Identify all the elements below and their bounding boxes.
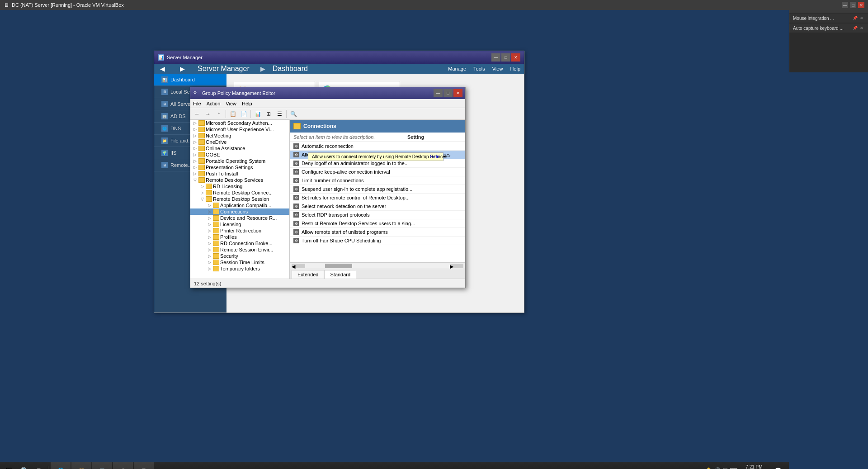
sm-sidebar-dashboard[interactable]: 📊 Dashboard bbox=[154, 74, 226, 86]
vbox-mouse-integration-item[interactable]: Mouse integration ... 📌 ✕ bbox=[789, 14, 868, 23]
gpe-view2-button[interactable]: ☰ bbox=[274, 109, 284, 118]
vbox-mouse-close-button[interactable]: ✕ bbox=[859, 15, 864, 21]
gpe-up-button[interactable]: ↑ bbox=[214, 109, 224, 118]
gpe-filter-button[interactable]: 🔍 bbox=[288, 109, 298, 118]
vbox-close-button[interactable]: ✕ bbox=[858, 2, 864, 8]
gpe-back-button[interactable]: ← bbox=[192, 109, 202, 118]
gpe-paste-button[interactable]: 📄 bbox=[239, 109, 249, 118]
tree-item-temporary-folders[interactable]: ▷ Temporary folders bbox=[190, 265, 289, 272]
tree-item-security[interactable]: ▷ Security bbox=[190, 253, 289, 259]
gpe-scrollbar-left-arrow[interactable]: ◀ bbox=[292, 264, 305, 268]
gpe-setting-icon-12: ⚙ bbox=[293, 238, 299, 243]
tree-item-push-to-install[interactable]: ▷ Push To Install bbox=[190, 171, 289, 177]
tree-item-rd-conn-broker[interactable]: ▷ RD Connection Broke... bbox=[190, 240, 289, 246]
taskbar-server-manager-icon: 💻 bbox=[99, 468, 105, 469]
taskbar-clock[interactable]: 7:21 PM 11/14/2022 bbox=[739, 464, 769, 469]
tree-item-ms-user-exp[interactable]: ▷ Microsoft User Experience Vi... bbox=[190, 126, 289, 133]
gpe-setting-network-detection[interactable]: ⚙ Select network detection on the server bbox=[290, 202, 465, 211]
sm-help-menu[interactable]: Help bbox=[510, 66, 520, 71]
gpe-tab-standard[interactable]: Standard bbox=[324, 270, 356, 279]
gpe-menu-file[interactable]: File bbox=[193, 101, 201, 106]
gpe-menu-action[interactable]: Action bbox=[207, 101, 221, 106]
sm-close-button[interactable]: ✕ bbox=[511, 53, 520, 62]
taskbar-tray-security-icon[interactable]: 🛡 bbox=[722, 467, 728, 469]
gpe-setting-limit-connections[interactable]: ⚙ Limit number of connections bbox=[290, 176, 465, 185]
tree-item-portable-os[interactable]: ▷ Portable Operating System bbox=[190, 158, 289, 164]
gpe-setting-keepalive[interactable]: ⚙ Configure keep-alive connection interv… bbox=[290, 168, 465, 176]
tree-item-netmeeting[interactable]: ▷ NetMeeting bbox=[190, 133, 289, 139]
tree-item-device-resource[interactable]: ▷ Device and Resource R... bbox=[190, 215, 289, 221]
sm-manage-menu[interactable]: Manage bbox=[448, 66, 466, 71]
gpe-horizontal-scrollbar[interactable]: ◀ ▶ bbox=[290, 262, 465, 269]
tree-item-onedrive[interactable]: ▷ OneDrive bbox=[190, 139, 289, 145]
tree-item-ms-secondary-auth[interactable]: ▷ Microsoft Secondary Authen... bbox=[190, 120, 289, 126]
taskbar-start-button[interactable]: ⊞ bbox=[0, 462, 17, 469]
vbox-keyboard-capture-item[interactable]: Auto capture keyboard ... 📌 ✕ bbox=[789, 24, 868, 33]
tree-item-remote-session-env[interactable]: ▷ Remote Session Envir... bbox=[190, 246, 289, 253]
app-compat-expand: ▷ bbox=[207, 203, 212, 208]
sm-minimize-button[interactable]: — bbox=[491, 53, 500, 62]
tree-item-app-compat[interactable]: ▷ Application Compatib... bbox=[190, 202, 289, 208]
gpe-setting-restrict-users[interactable]: ⚙ Restrict Remote Desktop Services users… bbox=[290, 219, 465, 228]
gpe-setting-rdp-transport[interactable]: ⚙ Select RDP transport protocols bbox=[290, 211, 465, 219]
gpe-scrollbar-right-arrow[interactable]: ▶ bbox=[450, 264, 463, 268]
taskbar-task-view-button[interactable]: ⧉ bbox=[32, 463, 46, 469]
sm-nav-back[interactable]: ◀ bbox=[158, 65, 167, 73]
gpe-forward-button[interactable]: → bbox=[203, 109, 213, 118]
tree-item-rd-licensing[interactable]: ▷ RD Licensing bbox=[190, 183, 289, 189]
tree-item-remote-desktop-services[interactable]: ▽ Remote Desktop Services bbox=[190, 177, 289, 183]
gpe-tab-extended[interactable]: Extended bbox=[292, 270, 324, 279]
rds-label: Remote Desktop Services bbox=[206, 177, 263, 183]
sm-maximize-button[interactable]: □ bbox=[501, 53, 510, 62]
taskbar-search-button[interactable]: 🔍 bbox=[17, 463, 32, 469]
gpe-setting-fair-share[interactable]: ⚙ Turn off Fair Share CPU Scheduling bbox=[290, 237, 465, 245]
gpe-minimize-button[interactable]: — bbox=[434, 89, 443, 97]
tree-item-session-time-limits[interactable]: ▷ Session Time Limits bbox=[190, 259, 289, 265]
taskbar-edge-button[interactable]: 🌐 bbox=[51, 462, 71, 469]
tree-item-presentation-settings[interactable]: ▷ Presentation Settings bbox=[190, 164, 289, 171]
taskbar-tray: 🔔 🔊 🛡 ⌨ 7:21 PM 11/14/2022 💬 bbox=[702, 463, 789, 469]
gpe-hide-button[interactable]: Hide bbox=[430, 154, 439, 159]
gpe-menu-help[interactable]: Help bbox=[242, 101, 252, 106]
gpe-scrollbar-thumb[interactable] bbox=[325, 264, 352, 268]
gpe-setting-remote-start[interactable]: ⚙ Allow remote start of unlisted program… bbox=[290, 228, 465, 237]
sm-view-menu[interactable]: View bbox=[492, 66, 503, 71]
gpe-restore-button[interactable]: □ bbox=[443, 89, 453, 97]
vbox-restore-button[interactable]: □ bbox=[850, 2, 856, 8]
taskbar-edge-icon: 🌐 bbox=[58, 468, 63, 469]
vbox-keyboard-pin-button[interactable]: 📌 bbox=[852, 25, 858, 31]
gpe-setting-suspend-signin[interactable]: ⚙ Suspend user sign-in to complete app r… bbox=[290, 185, 465, 194]
vbox-minimize-button[interactable]: — bbox=[842, 2, 848, 8]
vbox-keyboard-close-button[interactable]: ✕ bbox=[859, 25, 864, 31]
gpe-menu-view[interactable]: View bbox=[226, 101, 236, 106]
taskbar-tray-network-icon[interactable]: 🔔 bbox=[705, 467, 712, 469]
tree-item-rdc[interactable]: ▷ Remote Desktop Connec... bbox=[190, 189, 289, 196]
taskbar-settings-button[interactable]: ⚙ bbox=[113, 462, 133, 469]
gpe-setting-auto-reconnect[interactable]: ⚙ Automatic reconnection bbox=[290, 142, 465, 151]
gpe-setting-icon-10: ⚙ bbox=[293, 221, 299, 226]
gpe-export-button[interactable]: 📊 bbox=[253, 109, 263, 118]
gpe-view1-button[interactable]: ⊞ bbox=[264, 109, 274, 118]
taskbar-notification-button[interactable]: 💬 bbox=[771, 463, 785, 469]
gpe-close-button[interactable]: ✕ bbox=[453, 89, 462, 97]
tree-item-printer-redirection[interactable]: ▷ Printer Redirection bbox=[190, 227, 289, 234]
tree-item-rds-host[interactable]: ▽ Remote Desktop Session bbox=[190, 196, 289, 202]
sm-tools-menu[interactable]: Tools bbox=[473, 66, 485, 71]
taskbar-gpe-button[interactable]: 🖥 bbox=[134, 462, 154, 469]
sm-nav-forward[interactable]: ▶ bbox=[178, 65, 187, 73]
taskbar-tray-keyboard-icon[interactable]: ⌨ bbox=[730, 467, 737, 469]
tree-item-profiles[interactable]: ▷ Profiles bbox=[190, 234, 289, 240]
tree-item-oobe[interactable]: ▷ OOBE bbox=[190, 152, 289, 158]
gpe-scrollbar-track[interactable] bbox=[307, 264, 448, 268]
taskbar-server-manager-taskbar-button[interactable]: 💻 bbox=[92, 462, 112, 469]
vbox-mouse-pin-button[interactable]: 📌 bbox=[852, 15, 858, 21]
sm-window-title: Server Manager bbox=[167, 55, 203, 60]
gpe-setting-remote-control[interactable]: ⚙ Set rules for remote control of Remote… bbox=[290, 194, 465, 202]
vbox-mouse-integration-label: Mouse integration ... bbox=[793, 16, 834, 21]
tree-item-online-assistance[interactable]: ▷ Online Assistance bbox=[190, 145, 289, 152]
tree-item-licensing[interactable]: ▷ Licensing bbox=[190, 221, 289, 227]
gpe-copy-button[interactable]: 📋 bbox=[228, 109, 238, 118]
taskbar-tray-sound-icon[interactable]: 🔊 bbox=[714, 467, 721, 469]
tree-item-connections[interactable]: ▷ Connections bbox=[190, 208, 289, 215]
taskbar-explorer-button[interactable]: 📁 bbox=[71, 462, 91, 469]
